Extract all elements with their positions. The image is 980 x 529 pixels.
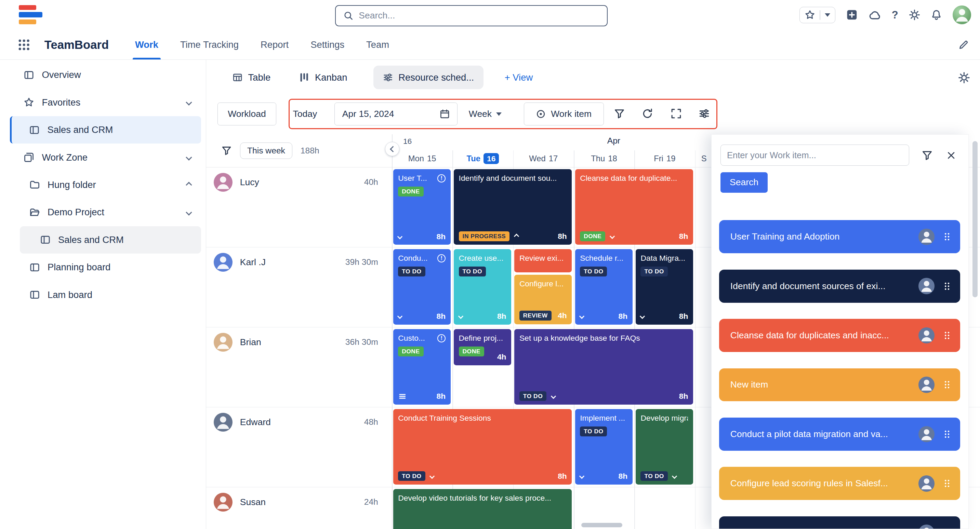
sidebar-item-lam-board[interactable]: Lam board <box>0 281 206 308</box>
chevron-down-icon[interactable] <box>672 473 677 478</box>
fullscreen-icon[interactable] <box>671 108 682 119</box>
view-tab-kanban[interactable]: Kanban <box>299 72 347 83</box>
chevron-down-icon[interactable] <box>186 99 192 106</box>
search-input[interactable] <box>359 10 599 21</box>
page-scrollbar[interactable] <box>972 141 978 297</box>
add-icon[interactable] <box>846 9 858 21</box>
resource-filter-icon[interactable] <box>221 145 232 156</box>
chevron-up-icon[interactable] <box>186 182 192 188</box>
collapse-panel-button[interactable] <box>385 142 399 156</box>
schedule-card[interactable]: Define proj...DONE4h <box>454 329 511 365</box>
schedule-card[interactable]: Conduct Training SessionsTO DO8h <box>393 409 572 485</box>
horizontal-scrollbar[interactable] <box>581 523 623 527</box>
week-filter-pill[interactable]: This week <box>240 143 292 159</box>
work-item-card[interactable]: Conduct a pilot data migration and va... <box>719 418 960 451</box>
drag-handle-icon[interactable] <box>942 232 952 241</box>
schedule-card[interactable]: Custo...!DONE8h <box>393 329 451 405</box>
schedule-card[interactable]: Cleanse data for duplicate...DONE8h <box>575 169 693 245</box>
schedule-card[interactable]: Set up a knowledge base for FAQsTO DO8h <box>514 329 693 405</box>
user-avatar[interactable] <box>953 5 972 24</box>
sidebar-item-planning-board[interactable]: Planning board <box>0 254 206 281</box>
schedule-card[interactable]: Identify and document sou...IN PROGRESS8… <box>454 169 572 245</box>
folderOpen-icon <box>29 207 40 218</box>
view-tab-table[interactable]: Table <box>232 72 270 83</box>
chevron-down-icon[interactable] <box>397 234 402 239</box>
schedule-card[interactable]: Implement ...TO DO8h <box>575 409 633 485</box>
chevron-down-icon[interactable] <box>610 234 615 239</box>
settings-gear-icon[interactable] <box>909 9 920 21</box>
day-header-wed-17[interactable]: Wed17 <box>513 151 574 166</box>
work-item-select[interactable]: Work item <box>524 103 604 126</box>
work-item-search-input[interactable] <box>721 145 909 166</box>
day-header-thu-18[interactable]: Thu18 <box>574 151 634 166</box>
app-switcher-icon[interactable] <box>18 38 30 51</box>
view-tab-resource-sched[interactable]: Resource sched... <box>374 66 483 89</box>
sidebar-item-hung-folder[interactable]: Hung folder <box>0 171 206 199</box>
global-search[interactable] <box>335 5 608 26</box>
drag-handle-icon[interactable] <box>942 478 952 488</box>
cloud-icon[interactable] <box>869 9 881 22</box>
sidebar-item-sales-and-crm[interactable]: Sales and CRM <box>20 226 201 254</box>
schedule-card[interactable]: Develop migratio...TO DO <box>636 409 693 485</box>
date-picker[interactable]: Apr 15, 2024 <box>334 103 458 126</box>
panel-close-icon[interactable] <box>947 151 956 160</box>
work-item-card[interactable]: User Training and Adoption <box>719 220 960 253</box>
nav-tab-report[interactable]: Report <box>258 30 291 60</box>
chevron-up-icon[interactable] <box>514 234 519 239</box>
today-button[interactable]: Today <box>290 103 320 126</box>
drag-handle-icon[interactable] <box>942 429 952 439</box>
chevron-down-icon[interactable] <box>579 314 584 319</box>
chevron-down-icon[interactable] <box>430 473 434 478</box>
day-header-tue-16[interactable]: Tue16 <box>452 151 513 166</box>
nav-tab-work[interactable]: Work <box>133 30 161 60</box>
drag-handle-icon[interactable] <box>942 281 952 291</box>
refresh-icon[interactable] <box>642 108 653 119</box>
work-item-card[interactable]: New item <box>719 369 960 402</box>
schedule-card[interactable]: Condu...!TO DO8h <box>393 249 451 325</box>
chevron-down-icon[interactable] <box>579 473 584 479</box>
panel-filter-icon[interactable] <box>921 150 933 161</box>
filter-icon[interactable] <box>614 108 625 119</box>
schedule-card[interactable]: Develop video tutorials for key sales pr… <box>393 489 572 529</box>
panel-search-button[interactable]: Search <box>721 172 768 193</box>
sidebar-item-overview[interactable]: Overview <box>0 61 206 89</box>
work-item-card[interactable] <box>719 516 960 529</box>
schedule-card[interactable]: Create use...TO DO8h <box>454 249 511 325</box>
day-header-mon-15[interactable]: Mon15 <box>392 151 452 166</box>
add-view-button[interactable]: + View <box>505 72 533 83</box>
view-settings-gear-icon[interactable] <box>958 72 970 84</box>
schedule-card[interactable]: Schedule r...TO DO8h <box>575 249 633 325</box>
chevron-down-icon[interactable] <box>458 314 463 319</box>
favorites-dropdown[interactable] <box>799 7 836 23</box>
schedule-card[interactable]: Review exi... <box>514 249 572 272</box>
sidebar-item-work-zone[interactable]: Work Zone <box>0 143 206 171</box>
chevron-down-icon[interactable] <box>186 154 192 160</box>
drag-handle-icon[interactable] <box>942 330 952 340</box>
chevron-down-icon[interactable] <box>186 209 192 215</box>
notifications-bell-icon[interactable] <box>931 9 942 21</box>
sidebar-item-demo-project[interactable]: Demo Project <box>0 199 206 226</box>
work-item-card[interactable]: Configure lead scoring rules in Salesf..… <box>719 467 960 500</box>
menu-icon[interactable] <box>398 392 407 401</box>
drag-handle-icon[interactable] <box>942 528 952 529</box>
chevron-down-icon[interactable] <box>640 314 645 319</box>
schedule-card[interactable]: Configure l...REVIEW4h <box>514 275 572 324</box>
drag-handle-icon[interactable] <box>942 380 952 389</box>
workload-button[interactable]: Workload <box>218 103 276 126</box>
nav-tab-team[interactable]: Team <box>364 30 392 60</box>
work-item-card[interactable]: Cleanse data for duplicates and inacc... <box>719 319 960 352</box>
schedule-card[interactable]: User T...!DONE8h <box>393 169 451 245</box>
chevron-down-icon[interactable] <box>397 314 402 319</box>
sidebar-item-favorites[interactable]: Favorites <box>0 89 206 116</box>
settings-sliders-icon[interactable] <box>698 108 710 119</box>
chevron-down-icon[interactable] <box>551 394 556 399</box>
sidebar-item-sales-and-crm[interactable]: Sales and CRM <box>10 116 201 143</box>
nav-tab-settings[interactable]: Settings <box>308 30 347 60</box>
help-icon[interactable]: ? <box>892 9 898 21</box>
nav-tab-time-tracking[interactable]: Time Tracking <box>178 30 242 60</box>
edit-pencil-icon[interactable] <box>958 40 969 50</box>
day-header-fri-19[interactable]: Fri19 <box>634 151 695 166</box>
schedule-card[interactable]: Data Migra...TO DO8h <box>636 249 693 325</box>
range-select[interactable]: Week <box>469 103 502 126</box>
work-item-card[interactable]: Identify and document sources of exi... <box>719 270 960 303</box>
